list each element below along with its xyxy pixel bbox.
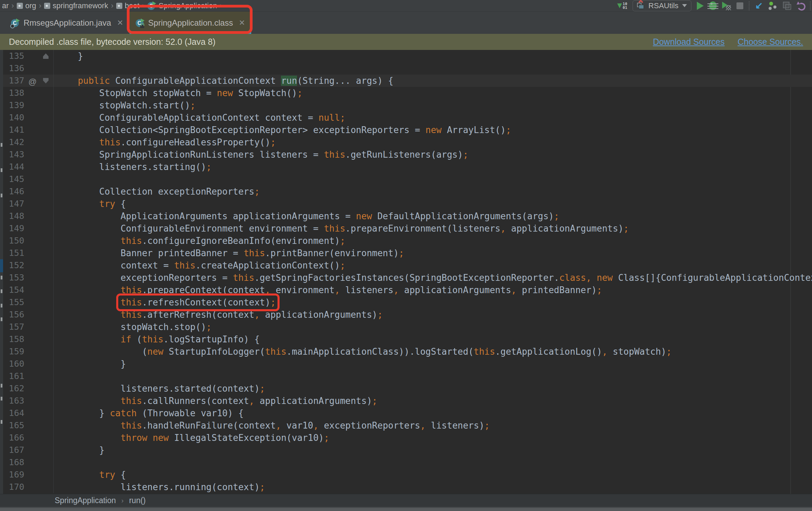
run-button[interactable] bbox=[697, 2, 704, 10]
run-configuration-selector[interactable]: RSAUtils bbox=[633, 0, 691, 11]
tab-label: SpringApplication.class bbox=[148, 18, 233, 28]
tab-springapplication-class[interactable]: C SpringApplication.class ✕ bbox=[130, 12, 252, 34]
rollback-icon[interactable] bbox=[797, 2, 804, 10]
line-number: 162 bbox=[3, 382, 24, 395]
code-text: throw new IllegalStateException(var10); bbox=[54, 432, 329, 444]
breadcrumb-label: org bbox=[25, 1, 36, 10]
left-strip-tick bbox=[1, 317, 2, 321]
code-line: 135 } bbox=[3, 50, 812, 62]
gutter-cell bbox=[24, 419, 54, 432]
code-line: 163 this.callRunners(context, applicatio… bbox=[3, 395, 812, 407]
code-text: } bbox=[54, 444, 105, 456]
gutter-cell bbox=[24, 148, 54, 161]
chevron-down-icon bbox=[682, 4, 687, 7]
gutter-cell: @ bbox=[24, 75, 54, 87]
line-number: 147 bbox=[3, 198, 24, 210]
breadcrumb-separator: › bbox=[121, 497, 124, 505]
code-text: listeners.starting(); bbox=[54, 161, 212, 173]
view-bytecode-icon[interactable]: 10 01 bbox=[617, 1, 627, 11]
breadcrumb-item-org[interactable]: org bbox=[15, 1, 38, 10]
code-line: 170 listeners.running(context); bbox=[3, 481, 812, 493]
code-line: 138 StopWatch stopWatch = new StopWatch(… bbox=[3, 87, 812, 99]
navigation-bar: ar › org › springframework › boot › C Sp… bbox=[0, 0, 812, 11]
code-text: this.callRunners(context, applicationArg… bbox=[54, 395, 377, 407]
close-tab-icon[interactable]: ✕ bbox=[239, 18, 245, 27]
code-line: 136 bbox=[3, 62, 812, 75]
gutter-cell bbox=[24, 185, 54, 198]
gutter-cell bbox=[24, 284, 54, 296]
line-number: 161 bbox=[3, 370, 24, 382]
line-number: 151 bbox=[3, 247, 24, 259]
code-line: 155 this.refreshContext(context); bbox=[3, 296, 812, 309]
line-number: 163 bbox=[3, 395, 24, 407]
code-text bbox=[54, 173, 56, 185]
code-line: 140 ConfigurableApplicationContext conte… bbox=[3, 112, 812, 124]
vcs-commit-graph-icon[interactable] bbox=[768, 1, 777, 10]
code-text: this.configureIgnoreBeanInfo(environment… bbox=[54, 235, 345, 247]
code-line: 158 if (this.logStartupInfo) { bbox=[3, 333, 812, 345]
gutter-cell bbox=[24, 309, 54, 321]
tab-label: RmsegsApplication.java bbox=[24, 18, 111, 28]
status-breadcrumb-method[interactable]: run() bbox=[129, 496, 146, 505]
run-with-coverage-button[interactable] bbox=[722, 1, 731, 10]
code-text: Collection<SpringBootExceptionReporter> … bbox=[54, 124, 511, 136]
gutter-cell bbox=[24, 370, 54, 382]
breadcrumb-label: SpringApplication bbox=[159, 1, 217, 10]
fold-marker-icon[interactable] bbox=[43, 53, 49, 59]
code-line: 167 } bbox=[3, 444, 812, 456]
code-line: 157 stopWatch.stop(); bbox=[3, 321, 812, 333]
breadcrumb-item-jar[interactable]: ar bbox=[1, 1, 10, 10]
code-line: 146 Collection exceptionReporters; bbox=[3, 185, 812, 198]
gutter-cell bbox=[24, 235, 54, 247]
code-text bbox=[54, 370, 56, 382]
left-strip-tick bbox=[1, 143, 2, 147]
breadcrumb-label: springframework bbox=[53, 1, 108, 10]
code-editor[interactable]: 135 }136137@ public ConfigurableApplicat… bbox=[0, 50, 812, 494]
gutter-cell bbox=[24, 259, 54, 272]
vcs-update-icon[interactable]: ↙ bbox=[755, 1, 763, 11]
code-line: 139 stopWatch.start(); bbox=[3, 99, 812, 112]
code-text: if (this.logStartupInfo) { bbox=[54, 333, 260, 345]
code-text: try { bbox=[54, 198, 126, 210]
left-strip-tick bbox=[1, 420, 2, 424]
tab-rmsegsapplication[interactable]: C RmsegsApplication.java ✕ bbox=[5, 12, 130, 34]
left-strip-tick bbox=[1, 384, 2, 388]
code-text: } catch (Throwable var10) { bbox=[54, 407, 244, 419]
gutter-cell bbox=[24, 136, 54, 148]
status-breadcrumb-class[interactable]: SpringApplication bbox=[55, 496, 116, 505]
code-text: exceptionReporters = this.getSpringFacto… bbox=[54, 272, 812, 284]
code-text: context = this.createApplicationContext(… bbox=[54, 259, 345, 272]
line-number: 152 bbox=[3, 259, 24, 272]
code-line: 148 ApplicationArguments applicationArgu… bbox=[3, 210, 812, 222]
line-number: 165 bbox=[3, 419, 24, 432]
code-line: 144 listeners.starting(); bbox=[3, 161, 812, 173]
locked-class-icon: C bbox=[136, 18, 145, 27]
breadcrumb-item-springapplication[interactable]: C SpringApplication bbox=[146, 1, 218, 10]
code-text: stopWatch.start(); bbox=[54, 99, 195, 112]
gutter-cell bbox=[24, 481, 54, 493]
code-line: 161 bbox=[3, 370, 812, 382]
gutter-cell bbox=[24, 321, 54, 333]
line-number: 155 bbox=[3, 296, 24, 309]
code-text: this.afterRefresh(context, applicationAr… bbox=[54, 309, 383, 321]
line-number: 146 bbox=[3, 185, 24, 198]
breadcrumb-item-boot[interactable]: boot bbox=[115, 1, 141, 10]
close-tab-icon[interactable]: ✕ bbox=[117, 18, 123, 27]
run-config-label: RSAUtils bbox=[648, 1, 678, 10]
fold-marker-icon[interactable] bbox=[43, 78, 49, 83]
editor-left-strip bbox=[0, 50, 3, 494]
download-sources-link[interactable]: Download Sources bbox=[653, 37, 725, 47]
breadcrumb-separator: › bbox=[39, 1, 41, 10]
breadcrumb-item-springframework[interactable]: springframework bbox=[43, 1, 110, 10]
code-text: public ConfigurableApplicationContext ru… bbox=[54, 75, 393, 87]
code-text: stopWatch.stop(); bbox=[54, 321, 212, 333]
line-number: 148 bbox=[3, 210, 24, 222]
code-text: this.refreshContext(context); bbox=[54, 296, 276, 309]
line-number: 145 bbox=[3, 173, 24, 185]
gutter-cell bbox=[24, 333, 54, 345]
code-line: 142 this.configureHeadlessProperty(); bbox=[3, 136, 812, 148]
breadcrumb-label: ar bbox=[2, 1, 9, 10]
debug-button[interactable] bbox=[709, 1, 717, 10]
choose-sources-link[interactable]: Choose Sources. bbox=[737, 37, 803, 47]
code-text: listeners.running(context); bbox=[54, 481, 265, 493]
